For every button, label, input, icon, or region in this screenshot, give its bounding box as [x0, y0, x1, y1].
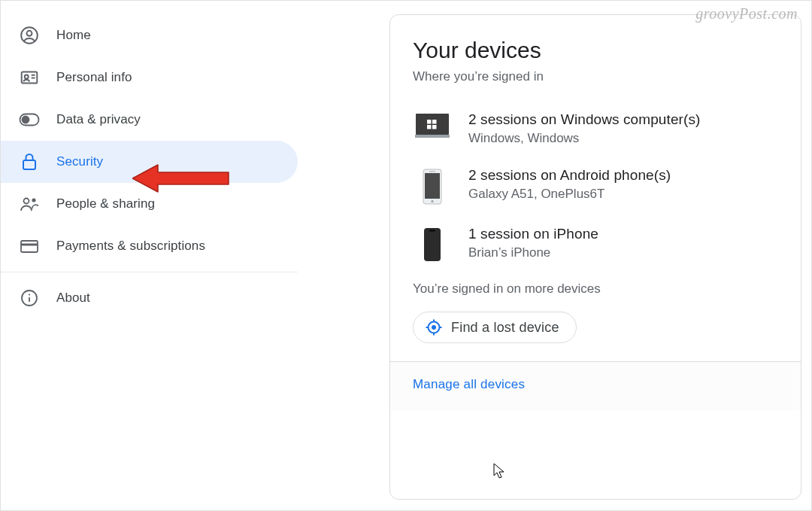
svg-point-25: [431, 200, 433, 202]
sidebar-item-label: About: [56, 290, 90, 306]
find-lost-device-button[interactable]: Find a lost device: [413, 312, 577, 343]
sidebar-item-data-privacy[interactable]: Data & privacy: [1, 99, 298, 141]
people-icon: [19, 193, 40, 214]
info-icon: [19, 287, 40, 309]
device-title: 2 sessions on Android phone(s): [468, 167, 778, 184]
user-circle-icon: [19, 25, 40, 46]
sidebar-item-label: Data & privacy: [56, 112, 141, 127]
iphone-icon: [413, 226, 452, 262]
svg-rect-24: [425, 173, 440, 199]
sidebar-nav: Home Personal info Data & privacy: [1, 14, 298, 319]
svg-rect-20: [432, 120, 437, 124]
device-detail: Windows, Windows: [468, 131, 778, 146]
manage-all-devices-link[interactable]: Manage all devices: [413, 377, 525, 391]
find-lost-device-label: Find a lost device: [451, 320, 559, 336]
sidebar-item-people-sharing[interactable]: People & sharing: [1, 183, 298, 225]
svg-rect-17: [416, 114, 449, 135]
svg-point-9: [24, 199, 29, 204]
svg-rect-27: [424, 228, 441, 261]
your-devices-card: Your devices Where you’re signed in 2 se…: [389, 14, 801, 500]
sidebar-item-personal-info[interactable]: Personal info: [1, 56, 298, 99]
card-icon: [19, 236, 40, 257]
sidebar-item-label: Security: [56, 154, 103, 169]
sidebar-item-security[interactable]: Security: [1, 141, 298, 183]
svg-point-15: [29, 294, 30, 295]
sidebar-item-label: Personal info: [56, 70, 132, 85]
svg-rect-22: [432, 125, 437, 129]
svg-point-7: [23, 117, 29, 123]
sidebar-divider: [1, 272, 298, 272]
svg-point-30: [432, 325, 436, 330]
more-devices-text: You’re signed in on more devices: [390, 272, 801, 312]
svg-point-3: [25, 75, 29, 78]
windows-pc-icon: [413, 111, 452, 138]
id-card-icon: [19, 67, 40, 88]
card-subtitle: Where you’re signed in: [390, 68, 801, 101]
device-detail: Brian’s iPhone: [468, 245, 778, 260]
svg-rect-21: [427, 125, 432, 129]
svg-rect-18: [415, 135, 450, 138]
sidebar-item-home[interactable]: Home: [1, 14, 298, 56]
card-title: Your devices: [390, 15, 801, 68]
device-title: 1 session on iPhone: [468, 226, 778, 242]
device-row[interactable]: 2 sessions on Android phone(s) Galaxy A5…: [390, 157, 801, 215]
svg-rect-11: [21, 241, 38, 252]
svg-rect-19: [427, 120, 432, 124]
device-title: 2 sessions on Windows computer(s): [468, 111, 778, 128]
target-icon: [426, 319, 442, 336]
android-phone-icon: [413, 167, 452, 205]
svg-point-1: [27, 31, 32, 36]
toggle-icon: [19, 109, 40, 130]
device-detail: Galaxy A51, OnePlus6T: [468, 187, 778, 202]
sidebar-item-label: Payments & subscriptions: [56, 239, 205, 254]
svg-rect-26: [429, 171, 435, 172]
sidebar-item-payments[interactable]: Payments & subscriptions: [1, 225, 298, 267]
svg-rect-28: [429, 230, 435, 232]
sidebar-item-about[interactable]: About: [1, 277, 298, 319]
sidebar-item-label: People & sharing: [56, 196, 155, 211]
sidebar-item-label: Home: [56, 28, 91, 43]
device-row[interactable]: 2 sessions on Windows computer(s) Window…: [390, 101, 801, 157]
svg-point-10: [32, 198, 35, 202]
lock-icon: [19, 151, 40, 172]
card-footer: Manage all devices: [390, 361, 801, 410]
svg-rect-8: [23, 160, 35, 169]
device-row[interactable]: 1 session on iPhone Brian’s iPhone: [390, 215, 801, 272]
